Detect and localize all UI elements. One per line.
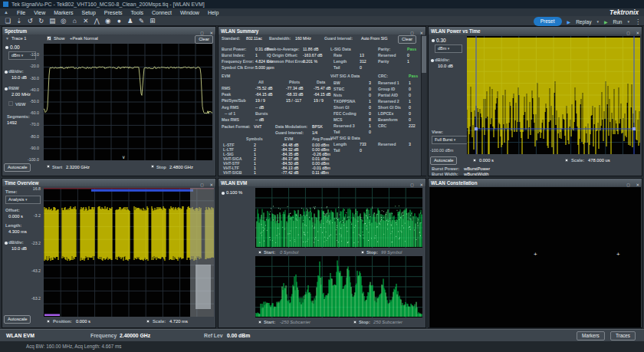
preset-button[interactable]: Preset <box>534 17 562 25</box>
sub-start-value[interactable]: -250 Subcarrier <box>280 320 310 324</box>
menu-setup[interactable]: Setup <box>82 10 96 15</box>
menu-help[interactable]: Help <box>208 10 219 15</box>
run-dropdown[interactable]: Run <box>613 19 623 25</box>
status-freq-value[interactable]: 2.40000 GHz <box>120 333 150 338</box>
redo-icon[interactable]: ↻ <box>36 16 48 25</box>
sub-stop-value[interactable]: 250 Subcarrier <box>373 320 402 324</box>
menu-window[interactable]: Window <box>180 10 199 15</box>
length-value[interactable]: 4.300 ms <box>8 229 27 234</box>
tov-position-marker[interactable] <box>47 320 50 323</box>
evm-ref-value[interactable]: 0.100 % <box>226 190 242 195</box>
record-icon[interactable]: ● <box>113 16 125 25</box>
edit-icon[interactable]: ✎ <box>136 16 147 25</box>
run-caret-icon[interactable]: ▾ <box>627 19 629 24</box>
maximize-icon[interactable]: ◻ <box>626 31 630 35</box>
scrollbar-thumb[interactable] <box>422 36 426 73</box>
pvt-dbdiv-value[interactable]: 10.0 dB <box>438 64 453 68</box>
wlan-evm-header[interactable]: WLAN EVM ◻ ✕ <box>219 179 426 186</box>
sub-stop-marker[interactable] <box>353 321 356 324</box>
sub-start-marker[interactable] <box>258 321 261 324</box>
lsig-row-label: Reserved <box>378 54 396 58</box>
undo-icon[interactable]: ↺ <box>25 16 36 25</box>
menu-markers[interactable]: Markers <box>54 10 73 15</box>
autoscale-button[interactable]: Autoscale <box>4 163 31 172</box>
open-icon[interactable]: ❏ <box>2 16 14 25</box>
pvt-unit-dropdown[interactable]: dBm ▾ <box>435 44 462 53</box>
evm-symbol-plot[interactable] <box>255 188 422 248</box>
trace-collapse-icon[interactable]: ▼ <box>5 37 9 41</box>
lsig-row-label: Length <box>334 60 347 64</box>
trace-selector[interactable]: Trace 1 <box>12 36 26 41</box>
siga-value: 0 <box>369 94 371 98</box>
rbw-value[interactable]: 2.00 MHz <box>12 92 31 97</box>
time-overview-header[interactable]: Time Overview ◻ ✕ <box>2 179 215 186</box>
pvt-autoscale-button[interactable]: Autoscale <box>430 156 457 165</box>
spectrum-header[interactable]: Spectrum ◻ ✕ <box>2 27 215 35</box>
replay-caret-icon[interactable]: ▾ <box>596 19 599 24</box>
close-icon[interactable]: ✕ <box>636 31 639 35</box>
spectrum-plot[interactable] <box>44 44 212 160</box>
pvt-scale-marker[interactable] <box>565 159 568 162</box>
show-checkbox[interactable]: ✓ <box>47 36 51 41</box>
start-freq-value[interactable]: 2.3200 GHz <box>66 165 90 169</box>
menu-file[interactable]: File <box>17 10 25 15</box>
menu-presets[interactable]: Presets <box>104 10 123 15</box>
close-icon[interactable]: ✕ <box>419 183 423 187</box>
maximize-icon[interactable]: ◻ <box>410 183 414 187</box>
vhtsiga-title: VHT SIG A Data <box>330 74 360 79</box>
pvt-position-value[interactable]: 0.000 s <box>479 158 494 163</box>
markers-icon[interactable]: ✕ <box>80 16 92 25</box>
close-icon[interactable]: ✕ <box>209 183 213 187</box>
time-dropdown[interactable]: Analysis ▾ <box>5 196 41 204</box>
sym-stop-marker[interactable] <box>361 251 364 254</box>
sym-start-marker[interactable] <box>258 251 261 254</box>
clear-button[interactable]: Clear <box>195 35 213 44</box>
recall-icon[interactable]: ⇣ <box>14 16 25 25</box>
pvt-ref-value[interactable]: 0.30 <box>436 38 446 43</box>
maximize-icon[interactable]: ◻ <box>200 183 204 187</box>
time-overview-plot[interactable] <box>44 188 214 317</box>
home-icon[interactable]: ⌂ <box>69 16 80 25</box>
sym-stop-value[interactable]: 99 Symbol <box>381 250 402 255</box>
constellation-plot[interactable]: + + <box>429 187 641 327</box>
menu-tools[interactable]: Tools <box>131 10 143 15</box>
settings-icon[interactable]: ◎ <box>58 16 70 25</box>
view-dropdown[interactable]: Full Burst ▾ <box>432 136 468 144</box>
spectrum-trace-icon[interactable]: ⋀ <box>91 16 103 25</box>
markers-button[interactable]: Markers <box>577 331 605 340</box>
menu-view[interactable]: View <box>34 10 45 15</box>
stop-freq-value[interactable]: 2.4800 GHz <box>169 165 193 169</box>
overflow-menu-icon[interactable]: ⋮ <box>635 18 641 25</box>
evm-subcarrier-plot[interactable] <box>255 256 422 317</box>
sym-start-value[interactable]: 0 Symbol <box>280 250 298 255</box>
marker-indicator-icon[interactable]: ∨ <box>122 155 125 160</box>
trigger-icon[interactable]: ◉ <box>103 16 114 25</box>
tov-scale-value[interactable]: 4.720 ms <box>169 319 188 324</box>
constellation-header[interactable]: WLAN Constellation ◻ ✕ <box>429 179 642 186</box>
analysis-icon[interactable]: ♟ <box>125 16 136 25</box>
pvt-plot[interactable] <box>467 36 640 154</box>
replay-dropdown[interactable]: Replay <box>576 19 591 25</box>
pvt-header[interactable]: WLAN Power vs Time ◻ ✕ <box>429 27 642 35</box>
tov-autoscale-button[interactable]: Autoscale <box>4 315 31 324</box>
tov-position-value[interactable]: 0.000 s <box>76 319 90 324</box>
wlan-summary-panel: WLAN Summary ◻ ✕ Standard: 802.11ac Band… <box>218 26 426 176</box>
start-freq-marker[interactable] <box>47 165 50 168</box>
ref-level-value[interactable]: 0.00 <box>10 44 20 50</box>
wlan-summary-header[interactable]: WLAN Summary ◻ ✕ <box>219 27 426 35</box>
status-mode[interactable]: WLAN EVM <box>6 333 34 338</box>
app-menu-icon[interactable]: ▲ <box>4 10 8 15</box>
tov-scale-marker[interactable] <box>146 320 150 323</box>
fullscreen-icon[interactable]: ⊞ <box>147 16 159 25</box>
stop-freq-marker[interactable] <box>151 165 154 168</box>
tov-dbdiv-value[interactable]: 10.0 dB <box>12 246 27 251</box>
pvt-scale-value[interactable]: 478.000 us <box>588 158 610 163</box>
status-reflev-value[interactable]: 0.00 dBm <box>227 333 250 338</box>
scrollbar[interactable] <box>421 35 426 176</box>
detector-selector[interactable]: +Peak Normal <box>70 36 98 41</box>
print-icon[interactable]: ▤ <box>47 16 58 25</box>
summary-clear-button[interactable]: Clear <box>398 35 416 44</box>
traces-button[interactable]: Traces <box>610 331 636 340</box>
menu-connect[interactable]: Connect <box>152 10 172 15</box>
pvt-position-marker[interactable] <box>473 159 476 162</box>
